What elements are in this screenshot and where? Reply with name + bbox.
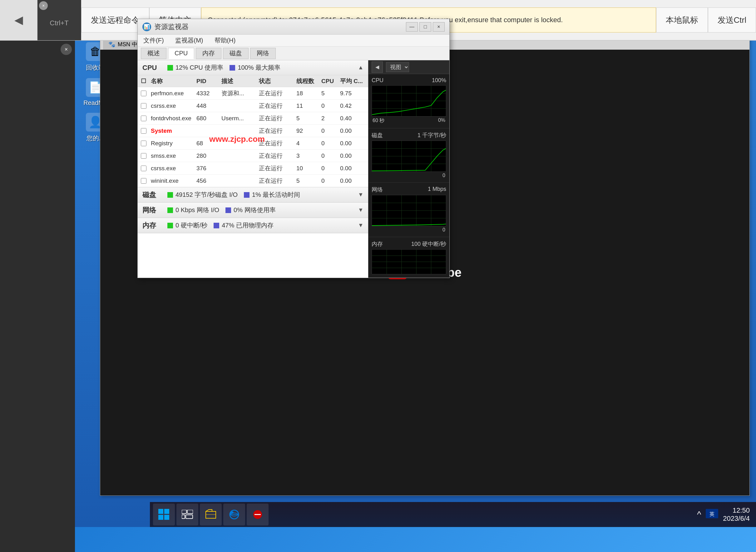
svg-rect-40 <box>186 515 193 519</box>
cpu-stat2-indicator <box>229 65 235 71</box>
taskbar-time-value: 12:50 <box>723 507 750 515</box>
table-row[interactable]: csrss.exe 448 正在运行 11 0 0.42 <box>138 100 368 112</box>
cpu-section-header[interactable]: CPU 12% CPU 使用率 100% 最大频率 ▲ <box>138 60 368 75</box>
resource-monitor-window: 📊 资源监视器 — □ × 文件(F) 监视器(M) 帮助(H) 概述 CPU … <box>137 19 450 278</box>
proc-threads-6: 10 <box>296 165 321 172</box>
memory-section-header[interactable]: 内存 0 硬中断/秒 47% 已用物理内存 ▼ <box>138 218 368 233</box>
row-checkbox-5[interactable] <box>141 153 147 159</box>
perf-view-select[interactable]: 视图 <box>386 62 409 72</box>
tab-disk[interactable]: 磁盘 <box>223 48 248 59</box>
taskbar-start-button[interactable] <box>153 504 175 526</box>
row-checkbox-0[interactable] <box>141 91 147 96</box>
resmon-body: CPU 12% CPU 使用率 100% 最大频率 ▲ <box>138 60 449 278</box>
tab-overview[interactable]: 概述 <box>141 48 166 59</box>
disk-section-header[interactable]: 磁盘 49152 字节/秒磁盘 I/O 1% 最长活动时间 ▼ <box>138 187 368 202</box>
svg-rect-37 <box>182 510 186 514</box>
taskbar-task-view-btn[interactable] <box>176 504 198 526</box>
taskbar-ie-btn[interactable] <box>223 504 245 526</box>
cpu-section: CPU 12% CPU 使用率 100% 最大频率 ▲ <box>138 60 368 187</box>
col-threads[interactable]: 线程数 <box>296 77 321 85</box>
tab-network[interactable]: 网络 <box>250 48 276 59</box>
proc-status-7: 正在运行 <box>259 177 296 185</box>
col-cpu[interactable]: CPU <box>321 78 340 85</box>
proc-status-1: 正在运行 <box>259 102 296 110</box>
col-pid[interactable]: PID <box>196 78 221 85</box>
table-row[interactable]: csrss.exe 376 正在运行 10 0 0.00 <box>138 162 368 175</box>
menu-help[interactable]: 帮助(H) <box>212 35 238 46</box>
network-expand-icon[interactable]: ▼ <box>358 207 364 214</box>
memory-stat1-text: 0 硬中断/秒 <box>176 221 207 230</box>
proc-threads-0: 18 <box>296 90 321 97</box>
proc-name-6: csrss.exe <box>151 165 196 172</box>
network-graph-section: 网络 1 Mbps <box>368 183 449 237</box>
col-avg[interactable]: 平均 C... <box>340 77 365 85</box>
memory-expand-icon[interactable]: ▼ <box>358 222 364 229</box>
tab-cpu[interactable]: CPU <box>168 48 194 59</box>
taskbar-tray: ^ 英 12:50 2023/6/4 <box>697 507 753 523</box>
col-desc[interactable]: 描述 <box>221 77 259 85</box>
proc-name-7: wininit.exe <box>151 177 196 184</box>
resmon-close-btn[interactable]: × <box>433 22 445 31</box>
proc-name-2: fontdrvhost.exe <box>151 115 196 122</box>
svg-text:英: 英 <box>710 511 715 517</box>
table-row[interactable]: wininit.exe 456 正在运行 5 0 0.00 <box>138 175 368 187</box>
proc-cpu-6: 0 <box>321 165 340 172</box>
perf-nav-button[interactable]: ◀ <box>372 61 383 73</box>
cpu-table-header: ☐ 名称 PID 描述 状态 线程数 CPU 平均 C... <box>138 75 368 87</box>
network-stat1-indicator <box>167 208 173 213</box>
memory-stat1: 0 硬中断/秒 <box>167 221 207 230</box>
cpu-time-label: 60 秒 <box>373 118 384 124</box>
col-status[interactable]: 状态 <box>259 77 296 85</box>
svg-rect-36 <box>164 515 169 520</box>
proc-status-2: 正在运行 <box>259 114 296 122</box>
cpu-section-expand-icon[interactable]: ▲ <box>358 64 364 71</box>
network-stat1: 0 Kbps 网络 I/O <box>167 206 219 214</box>
tab-memory[interactable]: 内存 <box>196 48 221 59</box>
menu-file[interactable]: 文件(F) <box>141 35 166 46</box>
tray-chevron-icon[interactable]: ^ <box>697 510 701 520</box>
row-checkbox-6[interactable] <box>141 166 147 171</box>
table-row[interactable]: smss.exe 280 正在运行 3 0 0.00 <box>138 150 368 162</box>
proc-status-3: 正在运行 <box>259 127 296 135</box>
local-mouse-button[interactable]: 本地鼠标 <box>656 7 708 32</box>
proc-avg-4: 0.00 <box>340 140 365 147</box>
proc-name-0: perfmon.exe <box>151 90 196 97</box>
col-name[interactable]: 名称 <box>151 77 196 85</box>
taskbar-app-btn[interactable] <box>247 504 268 526</box>
table-row[interactable]: fontdrvhost.exe 680 Userm... 正在运行 5 2 0.… <box>138 112 368 125</box>
vnc-panel-close-button[interactable]: × <box>60 44 72 55</box>
row-checkbox-4[interactable] <box>141 141 147 146</box>
network-section-header[interactable]: 网络 0 Kbps 网络 I/O 0% 网络使用率 ▼ <box>138 203 368 218</box>
network-stat2: 0% 网络使用率 <box>225 206 275 214</box>
proc-cpu-3: 0 <box>321 127 340 134</box>
cpu-process-table: ☐ 名称 PID 描述 状态 线程数 CPU 平均 C... <box>138 75 368 187</box>
vnc-tab-close-button[interactable]: × <box>39 1 48 10</box>
proc-name-3: System <box>151 127 196 134</box>
resmon-minimize-btn[interactable]: — <box>406 22 418 31</box>
taskbar-explorer-btn[interactable] <box>200 504 222 526</box>
taskbar-date-value: 2023/6/4 <box>723 515 750 523</box>
proc-avg-7: 0.00 <box>340 177 365 184</box>
proc-pid-7: 456 <box>196 177 221 184</box>
watermark: www.zjcp.com <box>209 134 265 144</box>
row-checkbox-7[interactable] <box>141 178 147 184</box>
vnc-back-button[interactable]: ◀ <box>0 0 37 40</box>
proc-cpu-7: 0 <box>321 177 340 184</box>
table-row[interactable]: perfmon.exe 4332 资源和... 正在运行 18 5 9.75 <box>138 87 368 100</box>
proc-threads-3: 92 <box>296 127 321 134</box>
proc-avg-6: 0.00 <box>340 165 365 172</box>
menu-monitor[interactable]: 监视器(M) <box>173 35 206 46</box>
send-ctrl-button[interactable]: 发送Ctrl <box>708 7 756 32</box>
proc-status-0: 正在运行 <box>259 89 296 98</box>
vnc-left-panel: × <box>0 41 75 552</box>
proc-status-5: 正在运行 <box>259 152 296 160</box>
row-checkbox-1[interactable] <box>141 103 147 109</box>
resmon-titlebar: 📊 资源监视器 — □ × <box>138 19 449 35</box>
row-checkbox-2[interactable] <box>141 116 147 121</box>
proc-cpu-1: 0 <box>321 103 340 109</box>
memory-graph-canvas <box>372 249 446 274</box>
disk-expand-icon[interactable]: ▼ <box>358 191 364 198</box>
row-checkbox-3[interactable] <box>141 128 147 134</box>
memory-section-title: 内存 <box>142 221 161 230</box>
resmon-maximize-btn[interactable]: □ <box>419 22 431 31</box>
